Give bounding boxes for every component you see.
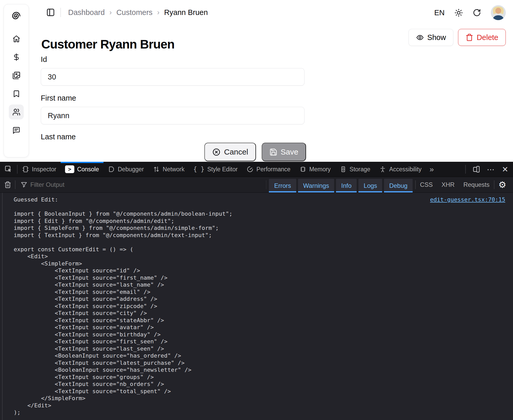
cancel-button-label: Cancel xyxy=(224,148,248,156)
console-left-rule xyxy=(2,193,3,420)
users-icon xyxy=(12,108,20,116)
home-icon xyxy=(12,35,20,43)
sidebar-toggle-button[interactable] xyxy=(45,7,56,18)
breadcrumb-customers[interactable]: Customers xyxy=(116,8,153,17)
filter-logs[interactable]: Logs xyxy=(358,179,382,192)
tab-performance[interactable]: Performance xyxy=(242,162,295,177)
sidebar xyxy=(4,4,29,157)
log-level-filters: Errors Warnings Info Logs Debug xyxy=(269,177,413,192)
form-toolbar: Cancel Save xyxy=(41,143,306,161)
circle-x-icon xyxy=(212,148,221,156)
id-field-label: Id xyxy=(41,55,304,64)
show-button[interactable]: Show xyxy=(408,29,454,46)
bookmark-icon xyxy=(12,90,20,98)
id-field[interactable] xyxy=(41,68,304,86)
tab-memory[interactable]: Memory xyxy=(295,162,335,177)
chevron-right-icon: › xyxy=(157,9,159,17)
tab-accessibility-label: Accessibility xyxy=(389,166,421,173)
console-message-header: Guessed Edit: edit-guesser.tsx:70:15 xyxy=(14,196,505,203)
console-settings-gear-icon[interactable]: ⚙ xyxy=(499,180,506,190)
brand-logo-spiral-icon[interactable] xyxy=(10,10,22,22)
first-name-field[interactable] xyxy=(41,107,304,124)
storage-icon xyxy=(340,166,347,173)
devtools-tabbar: Inspector > Console Debugger Network { }… xyxy=(0,162,513,177)
toolbar-divider xyxy=(266,180,267,189)
header-actions: EN xyxy=(434,5,506,20)
tab-console-label: Console xyxy=(77,166,99,173)
console-filter-buttons: Errors Warnings Info Logs Debug CSS XHR … xyxy=(266,177,513,192)
message-square-icon xyxy=(12,126,20,134)
user-avatar[interactable] xyxy=(491,5,506,20)
last-name-field-label: Last name xyxy=(41,133,304,141)
first-name-field-label: First name xyxy=(41,94,304,102)
eye-icon xyxy=(416,34,424,42)
filter-debug[interactable]: Debug xyxy=(384,179,413,192)
trash-icon xyxy=(466,34,473,41)
tab-inspector[interactable]: Inspector xyxy=(18,162,61,177)
tab-style-editor[interactable]: { } Style Editor xyxy=(189,162,242,177)
breadcrumb: Dashboard › Customers › Ryann Bruen xyxy=(68,8,208,17)
sidebar-item-bookmarks[interactable] xyxy=(9,86,24,101)
filter-info[interactable]: Info xyxy=(336,179,357,192)
console-toolbar: Errors Warnings Info Logs Debug CSS XHR … xyxy=(0,177,513,193)
devtools-window-controls: ⋯ ✕ xyxy=(465,162,513,177)
console-output: Guessed Edit: edit-guesser.tsx:70:15 imp… xyxy=(0,193,513,420)
tab-console[interactable]: > Console xyxy=(61,162,103,177)
filter-output-input[interactable] xyxy=(30,181,139,189)
performance-gauge-icon xyxy=(246,166,254,173)
save-floppy-icon xyxy=(269,148,277,156)
devtools-close-icon[interactable]: ✕ xyxy=(502,165,508,174)
sidebar-item-messages[interactable] xyxy=(9,123,24,138)
source-location-link[interactable]: edit-guesser.tsx:70:15 xyxy=(430,196,505,203)
language-selector[interactable]: EN xyxy=(434,9,445,17)
tab-storage[interactable]: Storage xyxy=(335,162,375,177)
pick-element-button[interactable] xyxy=(0,162,17,177)
console-code-block: import { BooleanInput } from "@/componen… xyxy=(14,203,505,416)
record-actions: Show Delete xyxy=(408,29,506,46)
filter-xhr[interactable]: XHR xyxy=(442,181,455,188)
save-button[interactable]: Save xyxy=(262,143,306,161)
filter-errors[interactable]: Errors xyxy=(269,179,296,192)
sidebar-item-media[interactable] xyxy=(9,68,24,83)
console-prompt-glyph: > xyxy=(68,166,71,172)
tab-performance-label: Performance xyxy=(256,166,291,173)
devtools-menu-icon[interactable]: ⋯ xyxy=(487,165,495,174)
toolbar-divider xyxy=(494,180,494,189)
breadcrumb-current: Ryann Bruen xyxy=(164,8,208,17)
sidebar-item-customers[interactable] xyxy=(9,104,24,119)
sidebar-item-sales[interactable] xyxy=(9,50,24,64)
tab-debugger[interactable]: Debugger xyxy=(103,162,148,177)
clear-console-trash-icon[interactable] xyxy=(4,181,11,188)
refresh-icon[interactable] xyxy=(473,9,481,17)
filter-css[interactable]: CSS xyxy=(420,181,433,188)
memory-chip-icon xyxy=(299,166,307,173)
breadcrumb-dashboard[interactable]: Dashboard xyxy=(68,8,105,17)
header-divider xyxy=(60,8,61,17)
customer-edit-form: Id First name Last name xyxy=(41,55,304,146)
tab-storage-label: Storage xyxy=(350,166,371,173)
delete-button[interactable]: Delete xyxy=(458,29,506,46)
sidebar-item-home[interactable] xyxy=(9,31,24,46)
cancel-button[interactable]: Cancel xyxy=(204,143,256,161)
tab-accessibility[interactable]: Accessibility xyxy=(375,162,426,177)
braces-icon: { } xyxy=(193,166,204,173)
sidebar-nav xyxy=(9,31,24,138)
dollar-sign-icon xyxy=(12,53,20,61)
tab-debugger-label: Debugger xyxy=(118,166,144,173)
tabbar-divider xyxy=(465,165,466,174)
theme-toggle-sun-icon[interactable] xyxy=(454,9,463,17)
page-title: Customer Ryann Bruen xyxy=(41,37,174,51)
delete-button-label: Delete xyxy=(477,33,498,42)
filter-requests[interactable]: Requests xyxy=(463,181,490,188)
tab-style-editor-label: Style Editor xyxy=(207,166,238,173)
tab-network-label: Network xyxy=(163,166,185,173)
tab-overflow-button[interactable]: » xyxy=(426,162,437,177)
responsive-design-mode-icon[interactable] xyxy=(472,165,480,173)
panel-left-icon xyxy=(46,8,55,17)
filter-warnings[interactable]: Warnings xyxy=(298,179,334,192)
inspector-icon xyxy=(22,166,29,173)
toolbar-divider xyxy=(415,180,416,189)
debugger-icon xyxy=(108,166,115,173)
show-button-label: Show xyxy=(427,33,446,42)
tab-network[interactable]: Network xyxy=(148,162,189,177)
